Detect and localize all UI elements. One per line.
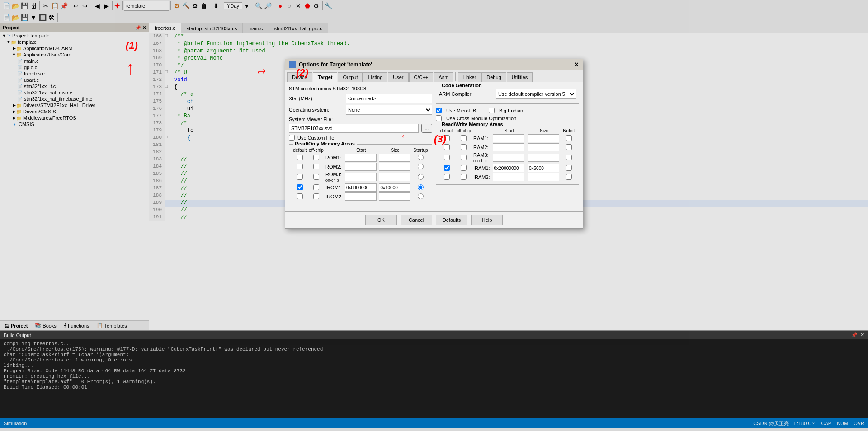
- ram1-offchip-chk[interactable]: [461, 135, 467, 141]
- rom2-offchip-chk[interactable]: [313, 164, 319, 169]
- rom3-size-input[interactable]: [379, 173, 410, 181]
- dialog-defaults-btn[interactable]: Defaults: [436, 215, 467, 225]
- dialog-body: STMicroelectronics STM32F103C8 Xtal (MHz…: [285, 82, 583, 211]
- options-dialog: Options for Target 'template' ✕ Device T…: [285, 59, 583, 229]
- dlg-tab-sep: [455, 72, 456, 81]
- xtal-label: Xtal (MHz):: [289, 96, 343, 101]
- dlg-tab-linker[interactable]: Linker: [458, 72, 481, 82]
- ram2-noinit-chk[interactable]: [566, 144, 572, 150]
- irom1-startup-radio[interactable]: [418, 184, 424, 190]
- cross-module-row: Use Cross-Module Optimization: [436, 115, 579, 121]
- os-row: Operating system: None: [289, 105, 432, 115]
- ram1-size-input[interactable]: [528, 134, 559, 142]
- rom1-default-chk[interactable]: [297, 155, 303, 160]
- cross-module-label: Use Cross-Module Optimization: [446, 116, 516, 121]
- iram2-noinit-chk[interactable]: [566, 174, 572, 180]
- rom2-start-input[interactable]: [345, 163, 377, 171]
- ram2-name: RAM2:: [472, 143, 492, 152]
- ro-col-startup: Startup: [412, 147, 429, 153]
- ram3-noinit-chk[interactable]: [566, 155, 572, 160]
- iram1-offchip-chk[interactable]: [461, 165, 467, 171]
- dlg-tab-cpp[interactable]: C/C++: [409, 72, 434, 82]
- big-endian-checkbox[interactable]: [489, 108, 495, 113]
- dlg-tab-listing[interactable]: Listing: [363, 72, 387, 82]
- os-select[interactable]: None: [346, 105, 432, 115]
- irom1-size-input[interactable]: [379, 183, 410, 192]
- rom1-startup-radio[interactable]: [418, 155, 424, 160]
- iram2-size-input[interactable]: [528, 173, 559, 181]
- sysviewer-row: System Viewer File:: [289, 117, 432, 122]
- dlg-tab-user[interactable]: User: [388, 72, 408, 82]
- dialog-cancel-btn[interactable]: Cancel: [401, 215, 432, 225]
- rw-row-ram1: RAM1:: [439, 134, 576, 143]
- dlg-tab-asm[interactable]: Asm: [434, 72, 453, 82]
- ram1-noinit-chk[interactable]: [566, 135, 572, 141]
- ram1-start-input[interactable]: [493, 134, 524, 142]
- iram2-default-chk[interactable]: [444, 174, 450, 180]
- rom2-default-chk[interactable]: [297, 164, 303, 169]
- ram2-offchip-chk[interactable]: [461, 144, 467, 150]
- irom2-start-input[interactable]: [345, 192, 377, 201]
- ram3-offchip-chk[interactable]: [461, 155, 467, 160]
- irom1-offchip-chk[interactable]: [313, 184, 319, 190]
- ram2-size-input[interactable]: [528, 143, 559, 151]
- dialog-title-bar: Options for Target 'template' ✕: [285, 59, 583, 70]
- microlib-label: Use MicroLIB: [446, 108, 476, 113]
- iram2-start-input[interactable]: [493, 173, 524, 181]
- rom2-size-input[interactable]: [379, 163, 410, 171]
- ram2-default-chk[interactable]: [444, 144, 450, 150]
- iram1-noinit-chk[interactable]: [566, 165, 572, 171]
- irom2-size-input[interactable]: [379, 192, 410, 201]
- dlg-tab-debug[interactable]: Debug: [481, 72, 506, 82]
- iram1-size-input[interactable]: [528, 164, 559, 172]
- ram3-size-input[interactable]: [528, 154, 559, 162]
- custom-file-checkbox[interactable]: [289, 135, 295, 141]
- rom1-start-input[interactable]: [345, 154, 377, 162]
- rw-col-start: Start: [492, 128, 527, 134]
- irom1-default-chk[interactable]: [297, 184, 303, 190]
- ram3-default-chk[interactable]: [444, 155, 450, 160]
- dialog-right-col: Code Generation ARM Compiler: Use defaul…: [436, 86, 579, 208]
- rw-row-iram2: IRAM2:: [439, 173, 576, 182]
- dialog-overlay: Options for Target 'template' ✕ Device T…: [0, 0, 868, 428]
- iram2-name: IRAM2:: [472, 173, 492, 182]
- rom3-startup-radio[interactable]: [418, 174, 424, 180]
- ro-col-default: default: [292, 147, 308, 153]
- ram3-start-input[interactable]: [493, 154, 524, 162]
- dialog-help-btn[interactable]: Help: [471, 215, 503, 225]
- dialog-title-text: Options for Target 'template': [299, 61, 372, 68]
- rw-row-iram1: IRAM1:: [439, 164, 576, 173]
- rw-col-size: Size: [527, 128, 561, 134]
- iram1-default-chk[interactable]: [444, 165, 450, 171]
- dialog-close-icon[interactable]: ✕: [574, 61, 579, 68]
- ro-col-size: Size: [378, 147, 412, 153]
- iram2-offchip-chk[interactable]: [461, 174, 467, 180]
- dlg-tab-device[interactable]: Device: [287, 72, 312, 82]
- device-label: STMicroelectronics STM32F103C8: [289, 86, 432, 91]
- rom1-offchip-chk[interactable]: [313, 155, 319, 160]
- irom2-startup-radio[interactable]: [418, 193, 424, 199]
- dlg-tab-output[interactable]: Output: [338, 72, 363, 82]
- irom1-start-input[interactable]: [345, 183, 377, 192]
- sysviewer-browse-btn[interactable]: ...: [421, 124, 432, 133]
- cross-module-checkbox[interactable]: [436, 115, 442, 121]
- rom2-startup-radio[interactable]: [418, 164, 424, 169]
- irom2-default-chk[interactable]: [297, 193, 303, 199]
- rom3-start-input[interactable]: [345, 173, 377, 181]
- rw-col-default: default: [439, 128, 455, 134]
- irom2-offchip-chk[interactable]: [313, 193, 319, 199]
- xtal-input[interactable]: [346, 94, 432, 103]
- rom3-default-chk[interactable]: [297, 174, 303, 180]
- ram1-default-chk[interactable]: [444, 135, 450, 141]
- dlg-tab-target[interactable]: Target: [313, 72, 338, 82]
- arm-compiler-select[interactable]: Use default compiler version 5: [496, 89, 576, 99]
- dialog-ok-btn[interactable]: OK: [365, 215, 397, 225]
- ram2-start-input[interactable]: [493, 143, 524, 151]
- rom3-offchip-chk[interactable]: [313, 174, 319, 180]
- microlib-checkbox[interactable]: [436, 108, 442, 113]
- rom1-size-input[interactable]: [379, 154, 410, 162]
- rom3-name: ROM3:on-chip: [325, 171, 344, 183]
- dlg-tab-utilities[interactable]: Utilities: [507, 72, 533, 82]
- iram1-start-input[interactable]: [493, 164, 524, 172]
- sysviewer-input[interactable]: [289, 124, 419, 133]
